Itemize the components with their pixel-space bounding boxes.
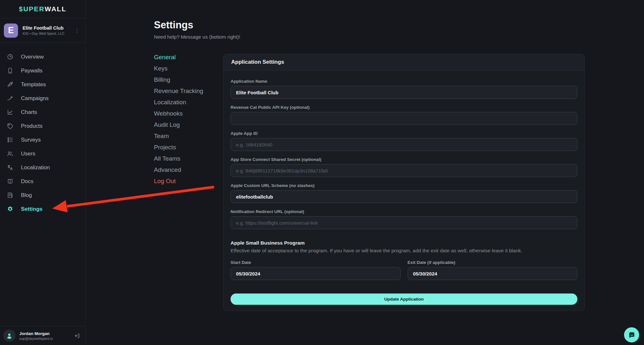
app-selector[interactable]: E Elite Football Club iOS • Day Well Spe… [0,18,85,43]
input-value: elitefootballclub [236,194,273,200]
localization-icon [7,164,14,171]
superwall-settings-page: $UPERWALL E Elite Football Club iOS • Da… [0,0,644,345]
settings-menu-item-team[interactable]: Team [154,130,203,142]
sidebar-item-surveys[interactable]: Surveys [0,133,85,147]
input-placeholder: e.g. 1664182640 [236,142,272,147]
sidebar-item-blog[interactable]: Blog [0,188,85,202]
user-email: sup@daywellspent.io [19,337,53,340]
vertical-ellipsis-icon[interactable]: ⋮ [74,28,81,33]
settings-menu-item-billing[interactable]: Billing [154,74,203,85]
start-date-input[interactable]: 05/30/2024 [231,267,401,280]
settings-menu: GeneralKeysBillingRevenue TrackingLocali… [154,51,203,187]
sidebar-item-users[interactable]: Users [0,147,85,161]
update-application-button[interactable]: Update Application [231,294,577,305]
application-name-label: Application Name [231,79,577,84]
app-avatar: E [4,23,18,38]
products-icon [7,123,14,129]
revenue-cat-public-api-key-optional-input[interactable] [231,112,577,125]
settings-menu-item-revenue-tracking[interactable]: Revenue Tracking [154,85,203,97]
logo-teal-part: $UPER [19,5,45,13]
panel-body: Application NameElite Football ClubReven… [223,70,584,305]
apple-app-id-input[interactable]: e.g. 1664182640 [231,138,577,151]
sidebar: $UPERWALL E Elite Football Club iOS • Da… [0,0,86,345]
exit-date-if-applicable-group: Exit Date (if applicable)05/30/2024 [408,260,578,280]
user-name: Jordan Morgan [19,331,53,336]
users-icon [7,150,14,157]
overview-icon [7,53,14,60]
sidebar-item-settings[interactable]: Settings [0,202,85,216]
date-row: Start Date05/30/2024Exit Date (if applic… [231,260,577,280]
app-store-connect-shared-secret-optional-label: App Store Connect Shared Secret (optiona… [231,157,577,162]
input-placeholder: e.g. 948j895112718k9o381op3n108a71fa0 [236,168,328,173]
input-value: Elite Football Club [236,90,279,95]
sidebar-item-docs[interactable]: Docs [0,174,85,188]
superwall-logo: $UPERWALL [0,0,85,18]
apple-app-id-label: Apple App ID [231,131,577,136]
revenue-cat-public-api-key-optional-label: Revenue Cat Public API Key (optional) [231,105,577,110]
settings-menu-item-localization[interactable]: Localization [154,97,203,108]
apple-custom-url-scheme-no-slashes-input[interactable]: elitefootballclub [231,190,577,203]
sidebar-item-products[interactable]: Products [0,119,85,133]
sidebar-item-label: Docs [21,178,33,185]
notification-redirect-url-optional-label: Notification Redirect URL (optional) [231,209,577,214]
settings-menu-item-projects[interactable]: Projects [154,142,203,153]
input-value: 05/30/2024 [236,271,260,276]
exit-date-if-applicable-input[interactable]: 05/30/2024 [408,267,578,280]
sidebar-item-label: Campaigns [21,95,49,102]
templates-icon [7,81,14,88]
blog-icon [7,192,14,199]
sidebar-item-label: Blog [21,192,32,199]
sidebar-item-overview[interactable]: Overview [0,50,85,64]
settings-menu-item-log-out[interactable]: Log Out [154,175,203,187]
start-date-group: Start Date05/30/2024 [231,260,401,280]
sidebar-item-label: Products [21,123,43,129]
page-title: Settings [154,19,193,31]
sidebar-item-paywalls[interactable]: Paywalls [0,64,85,78]
sidebar-item-localization[interactable]: Localization [0,161,85,174]
docs-icon [7,178,14,185]
app-name: Elite Football Club [23,25,64,31]
sidebar-item-label: Templates [21,81,46,88]
sidebar-item-templates[interactable]: Templates [0,78,85,91]
small-business-section-title: Apple Small Business Program [231,240,577,246]
settings-menu-item-webhooks[interactable]: Webhooks [154,108,203,119]
input-placeholder: e.g. https://testflight.com/universal-li… [236,220,318,226]
paywalls-icon [7,67,14,74]
sidebar-item-label: Surveys [21,137,41,143]
start-date-label: Start Date [231,260,401,265]
settings-icon [7,206,14,212]
settings-menu-item-general[interactable]: General [154,51,203,63]
sidebar-item-label: Settings [21,206,43,212]
user-row: Jordan Morgan sup@daywellspent.io [0,326,85,345]
app-store-connect-shared-secret-optional-input[interactable]: e.g. 948j895112718k9o381op3n108a71fa0 [231,164,577,177]
user-avatar-icon [3,330,15,342]
app-platform-subtitle: iOS • Day Well Spent, LLC [23,32,64,35]
apple-custom-url-scheme-no-slashes-label: Apple Custom URL Scheme (no slashes) [231,183,577,188]
notification-redirect-url-optional-input[interactable]: e.g. https://testflight.com/universal-li… [231,216,577,229]
settings-menu-item-keys[interactable]: Keys [154,63,203,74]
sidebar-item-campaigns[interactable]: Campaigns [0,91,85,105]
exit-date-if-applicable-label: Exit Date (if applicable) [408,260,578,265]
sidebar-item-charts[interactable]: Charts [0,105,85,119]
small-business-section-description: Effective date of acceptance to the prog… [231,248,577,254]
settings-menu-item-audit-log[interactable]: Audit Log [154,119,203,130]
logo-white-part: WALL [45,5,66,13]
panel-title: Application Settings [223,54,584,70]
sidebar-item-label: Overview [21,54,44,60]
sidebar-item-label: Paywalls [21,68,43,74]
logout-icon[interactable] [74,333,80,339]
input-value: 05/30/2024 [413,271,437,276]
settings-menu-item-advanced[interactable]: Advanced [154,164,203,175]
application-name-input[interactable]: Elite Football Club [231,86,577,99]
sidebar-item-label: Charts [21,109,37,116]
sidebar-item-label: Users [21,151,35,157]
surveys-icon [7,136,14,143]
charts-icon [7,109,14,116]
fields-container: Application NameElite Football ClubReven… [231,79,577,229]
application-settings-panel: Application Settings Application NameEli… [223,54,585,311]
campaigns-icon [7,95,14,102]
chat-bubble-icon [627,331,636,340]
settings-menu-item-all-teams[interactable]: All Teams [154,153,203,164]
chat-launcher-button[interactable] [624,327,639,342]
sidebar-nav: OverviewPaywallsTemplatesCampaignsCharts… [0,43,85,216]
